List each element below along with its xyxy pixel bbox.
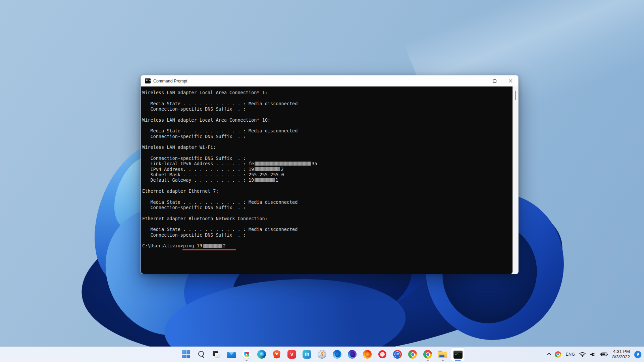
terminal-line: [142, 150, 513, 156]
terminal-text: Connection-specific DNS Suffix . :: [142, 134, 246, 139]
running-app-indicator: [246, 360, 248, 361]
slim-icon: [318, 350, 326, 359]
terminal-text: IPv4 Address. . . . . . . . . . . : 19: [142, 167, 254, 172]
terminal-line: Default Gateway . . . . . . . . . : 191: [142, 177, 513, 183]
terminal-line: Subnet Mask . . . . . . . . . . . : 255.…: [142, 172, 513, 177]
terminal-line: [142, 210, 513, 216]
terminal-line: Media State . . . . . . . . . . . : Medi…: [142, 101, 513, 106]
notification-badge[interactable]: 9: [634, 351, 641, 358]
taskbar-icon-edge[interactable]: [255, 348, 268, 361]
wifi-icon: [579, 352, 586, 357]
minimize-button[interactable]: [471, 75, 487, 86]
terminal-content[interactable]: Wireless LAN adapter Local Area Connecti…: [141, 86, 513, 274]
mail-icon: [227, 352, 236, 358]
terminal-text: 2: [223, 243, 226, 248]
terminal-line: Wireless LAN adapter Local Area Connecti…: [142, 90, 513, 95]
cmd-app-icon: [145, 78, 151, 83]
start-icon: [182, 350, 190, 358]
terminal-line: [142, 238, 513, 243]
minimize-icon: [477, 81, 481, 81]
taskbar-icon-ur[interactable]: [391, 348, 404, 361]
running-app-indicator: [427, 360, 429, 361]
taskbar-icon-start[interactable]: [179, 348, 193, 361]
terminal-line: [142, 194, 513, 199]
terminal-icon: [454, 351, 462, 358]
terminal-line: Connection-specific DNS Suffix . :: [142, 106, 513, 112]
terminal-line: Media State . . . . . . . . . . . : Medi…: [142, 227, 513, 232]
taskbar-icon-slim[interactable]: [315, 348, 329, 361]
taskbar: ENG: [0, 347, 644, 362]
taskbar-icon-ffnightly[interactable]: [345, 348, 359, 361]
terminal-text: Ethernet adapter Bluetooth Network Conne…: [142, 216, 268, 221]
terminal-line: Wireless LAN adapter Wi-Fi:: [142, 144, 513, 150]
taskbar-icon-maxthon[interactable]: [300, 348, 314, 361]
terminal-text: 35: [312, 161, 317, 166]
redacted-text: [255, 178, 275, 182]
taskbar-icon-opera[interactable]: [376, 348, 389, 361]
terminal-text: Link-local IPv6 Address . . . . . : fe: [142, 161, 254, 166]
terminal-text: Connection-specific DNS Suffix . :: [142, 205, 246, 210]
chevron-up-icon: [547, 353, 550, 356]
firefox-icon: [363, 350, 372, 359]
vivaldi-icon: [287, 350, 296, 359]
window-controls: [471, 75, 518, 86]
tray-chrome-icon[interactable]: [555, 351, 561, 358]
terminal-scrollbar[interactable]: [513, 86, 518, 274]
system-tray: ENG: [547, 347, 641, 362]
taskbar-icon-search[interactable]: [195, 348, 208, 361]
terminal-text: C:\Users\liviu>: [142, 243, 183, 248]
language-indicator[interactable]: ENG: [566, 352, 575, 357]
taskbar-icon-terminal[interactable]: [451, 348, 465, 361]
folder-icon: [438, 352, 447, 358]
close-button[interactable]: [502, 75, 518, 86]
scrollbar-thumb[interactable]: [515, 91, 516, 100]
terminal-text: Media State . . . . . . . . . . . : Medi…: [142, 199, 298, 205]
wifi-button[interactable]: [579, 352, 586, 357]
maxthon-icon: [303, 350, 311, 359]
terminal-line: Media State . . . . . . . . . . . : Medi…: [142, 128, 513, 133]
terminal-line: Connection-specific DNS Suffix . :: [142, 156, 513, 161]
battery-charging-icon: [600, 352, 608, 357]
redacted-text: [203, 244, 222, 248]
taskbar-icon-vivaldi[interactable]: [285, 348, 299, 361]
ffnightly-icon: [348, 350, 357, 359]
terminal-text: Wireless LAN adapter Wi-Fi:: [142, 144, 216, 150]
terminal-text: Ethernet adapter Ethernet 7:: [142, 188, 219, 194]
taskview-icon: [212, 350, 221, 359]
taskbar-icon-chrome[interactable]: [406, 348, 419, 361]
active-window-indicator: [455, 360, 461, 361]
tray-time: 4:31 PM: [612, 349, 630, 355]
tray-date: 8/3/2022: [612, 354, 630, 360]
terminal-line: Ethernet adapter Ethernet 7:: [142, 188, 513, 194]
terminal-line: Connection-specific DNS Suffix . :: [142, 232, 513, 238]
redacted-text: [255, 162, 311, 166]
taskbar-icon-ffblue[interactable]: [330, 348, 344, 361]
taskbar-icon-taskview[interactable]: [210, 348, 223, 361]
taskbar-icon-chrome2[interactable]: [421, 348, 434, 361]
close-icon: [508, 79, 513, 83]
brave-icon: [273, 350, 280, 359]
terminal-line: Wireless LAN adapter Local Area Connecti…: [142, 117, 513, 123]
terminal-line: Link-local IPv6 Address . . . . . : fe35: [142, 161, 513, 166]
tray-chevron-up-icon[interactable]: [547, 353, 550, 356]
battery-button[interactable]: [600, 352, 608, 357]
taskbar-icon-mail[interactable]: [225, 348, 238, 361]
clock[interactable]: 4:31 PM 8/3/2022: [612, 349, 630, 360]
terminal-line: [142, 112, 513, 117]
taskbar-icon-folder[interactable]: [436, 348, 449, 361]
volume-button[interactable]: [590, 352, 596, 357]
terminal-text: Wireless LAN adapter Local Area Connecti…: [142, 117, 270, 123]
terminal-text: Connection-specific DNS Suffix . :: [142, 156, 246, 161]
terminal-line: [142, 123, 513, 128]
terminal-line: C:\Users\liviu>ping 192: [142, 243, 513, 248]
taskbar-icon-slack[interactable]: [240, 348, 253, 361]
terminal-text: 2: [281, 167, 283, 172]
taskbar-icon-firefox[interactable]: [361, 348, 374, 361]
ur-icon: [393, 350, 402, 359]
terminal-text: Media State . . . . . . . . . . . : Medi…: [142, 101, 298, 106]
title-bar[interactable]: Command Prompt: [141, 75, 518, 86]
taskbar-icon-brave[interactable]: [270, 348, 283, 361]
desktop: Command Prompt Wireless LAN adapter Loca…: [0, 0, 644, 362]
maximize-button[interactable]: [487, 75, 502, 86]
terminal-line: [142, 221, 513, 227]
